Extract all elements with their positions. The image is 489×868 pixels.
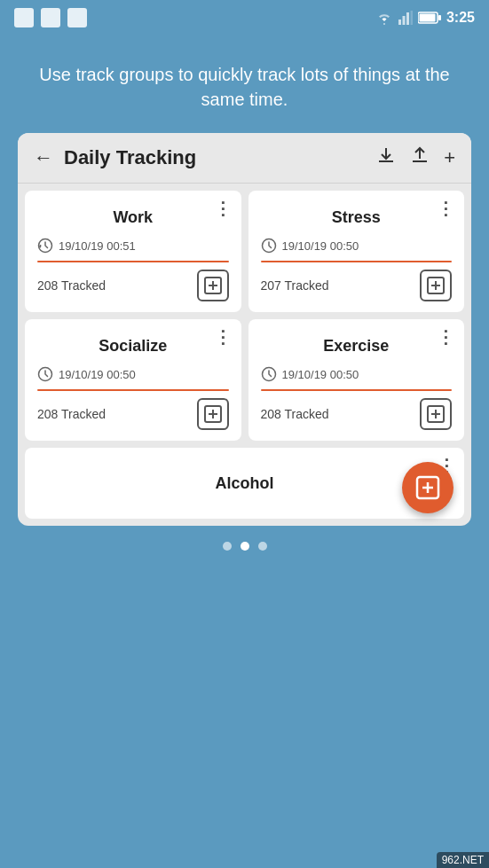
watermark: 962.NET: [437, 852, 489, 868]
work-clock-icon: [37, 238, 53, 254]
socialize-divider: [37, 389, 229, 391]
clock-time: 3:25: [446, 10, 475, 26]
stress-card-time: 19/10/19 00:50: [261, 238, 453, 254]
alcohol-card-title: Alcohol: [37, 474, 452, 493]
status-square-2: [41, 8, 60, 27]
dot-1[interactable]: [223, 542, 232, 551]
work-divider: [37, 261, 229, 262]
socialize-card-menu[interactable]: ⋮: [214, 326, 233, 348]
status-bar: 3:25: [0, 0, 489, 35]
status-square-1: [14, 8, 34, 27]
stress-clock-icon: [261, 238, 277, 254]
track-card-exercise: ⋮ Exercise 19/10/19 00:50 208 Tracked: [248, 319, 465, 441]
stress-tracked: 207 Tracked: [261, 278, 329, 293]
track-card-work: ⋮ Work 19/10/19 00:51 208 Tracked: [25, 191, 241, 312]
stress-divider: [261, 261, 453, 262]
exercise-divider: [261, 389, 453, 391]
dot-3[interactable]: [258, 542, 267, 551]
svg-rect-3: [410, 11, 413, 25]
work-card-title: Work: [37, 208, 229, 227]
work-bottom: 208 Tracked: [37, 270, 229, 301]
subtitle-area: Use track groups to quickly track lots o…: [0, 35, 489, 133]
socialize-card-time: 19/10/19 00:50: [37, 366, 229, 382]
partial-card-alcohol: ⋮ Alcohol: [25, 448, 464, 519]
work-tracked: 208 Tracked: [37, 278, 106, 293]
stress-bottom: 207 Tracked: [261, 270, 453, 301]
status-square-3: [67, 8, 87, 27]
signal-icon: [398, 11, 413, 25]
subtitle-text: Use track groups to quickly track lots o…: [39, 65, 449, 109]
download-icon[interactable]: [376, 145, 396, 170]
add-icon[interactable]: +: [444, 146, 455, 169]
battery-icon: [418, 12, 441, 24]
svg-rect-1: [402, 16, 405, 25]
socialize-clock-icon: [37, 366, 53, 382]
stress-add-button[interactable]: [420, 270, 452, 301]
socialize-timestamp: 19/10/19 00:50: [59, 368, 136, 381]
pagination: [0, 542, 489, 551]
socialize-tracked: 208 Tracked: [37, 407, 106, 421]
svg-rect-0: [398, 20, 401, 25]
track-card-socialize: ⋮ Socialize 19/10/19 00:50 208 Tracked: [25, 319, 241, 441]
exercise-timestamp: 19/10/19 00:50: [282, 368, 359, 381]
svg-rect-6: [438, 15, 441, 20]
work-timestamp: 19/10/19 00:51: [59, 239, 136, 253]
work-card-menu[interactable]: ⋮: [214, 198, 233, 219]
exercise-card-time: 19/10/19 00:50: [261, 366, 453, 382]
toolbar-icons: +: [376, 145, 455, 170]
exercise-add-button[interactable]: [420, 398, 452, 430]
svg-rect-2: [406, 12, 409, 25]
exercise-card-title: Exercise: [261, 337, 453, 356]
upload-icon[interactable]: [410, 145, 430, 170]
exercise-card-menu[interactable]: ⋮: [437, 326, 455, 348]
card-panel: ← Daily Tracking + ⋮ Work: [18, 133, 471, 526]
exercise-clock-icon: [261, 366, 277, 382]
dot-2[interactable]: [241, 542, 249, 551]
status-bar-right: 3:25: [375, 10, 475, 26]
fab-icon: [414, 474, 441, 501]
exercise-bottom: 208 Tracked: [261, 398, 453, 430]
track-card-stress: ⋮ Stress 19/10/19 00:50 207 Tracked: [248, 191, 465, 312]
card-toolbar: ← Daily Tracking +: [18, 133, 471, 184]
socialize-add-button[interactable]: [197, 398, 229, 430]
status-bar-left: [14, 8, 87, 27]
cards-grid: ⋮ Work 19/10/19 00:51 208 Tracked: [18, 184, 471, 448]
socialize-card-title: Socialize: [37, 337, 229, 356]
work-add-button[interactable]: [197, 270, 229, 301]
toolbar-title: Daily Tracking: [64, 146, 376, 169]
exercise-tracked: 208 Tracked: [261, 407, 329, 421]
stress-card-title: Stress: [261, 208, 453, 227]
stress-timestamp: 19/10/19 00:50: [282, 239, 359, 253]
svg-rect-5: [419, 14, 435, 22]
wifi-icon: [375, 11, 393, 25]
socialize-bottom: 208 Tracked: [37, 398, 229, 430]
stress-card-menu[interactable]: ⋮: [437, 198, 455, 219]
back-button[interactable]: ←: [34, 146, 53, 169]
fab-button[interactable]: [402, 462, 454, 513]
work-card-time: 19/10/19 00:51: [37, 238, 229, 254]
